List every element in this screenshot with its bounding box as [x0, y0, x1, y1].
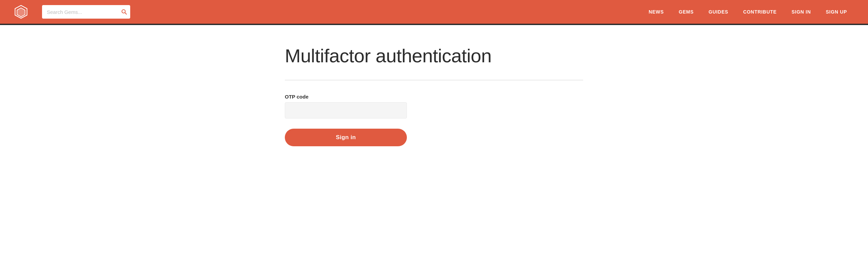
section-divider — [285, 80, 583, 80]
nav-item-sign-up[interactable]: SIGN UP — [818, 9, 854, 15]
search-button[interactable] — [121, 9, 127, 15]
search-icon — [121, 9, 127, 15]
mfa-form: OTP code Sign in — [285, 94, 583, 146]
nav-item-news[interactable]: NEWS — [641, 9, 671, 15]
nav-item-sign-in[interactable]: SIGN IN — [784, 9, 818, 15]
otp-input[interactable] — [285, 102, 407, 119]
nav-item-contribute[interactable]: CONTRIBUTE — [736, 9, 784, 15]
otp-label: OTP code — [285, 94, 583, 100]
sign-in-button[interactable]: Sign in — [285, 129, 407, 146]
main-content: Multifactor authentication OTP code Sign… — [271, 25, 597, 173]
search-container — [42, 5, 130, 19]
page-title: Multifactor authentication — [285, 45, 583, 66]
nav-item-gems[interactable]: GEMS — [671, 9, 701, 15]
logo[interactable] — [14, 4, 28, 19]
main-nav: NEWS GEMS GUIDES CONTRIBUTE SIGN IN SIGN… — [641, 9, 854, 15]
svg-line-4 — [125, 13, 127, 15]
site-header: NEWS GEMS GUIDES CONTRIBUTE SIGN IN SIGN… — [0, 0, 868, 24]
search-input[interactable] — [42, 5, 130, 19]
nav-item-guides[interactable]: GUIDES — [701, 9, 736, 15]
otp-field-group: OTP code — [285, 94, 583, 119]
